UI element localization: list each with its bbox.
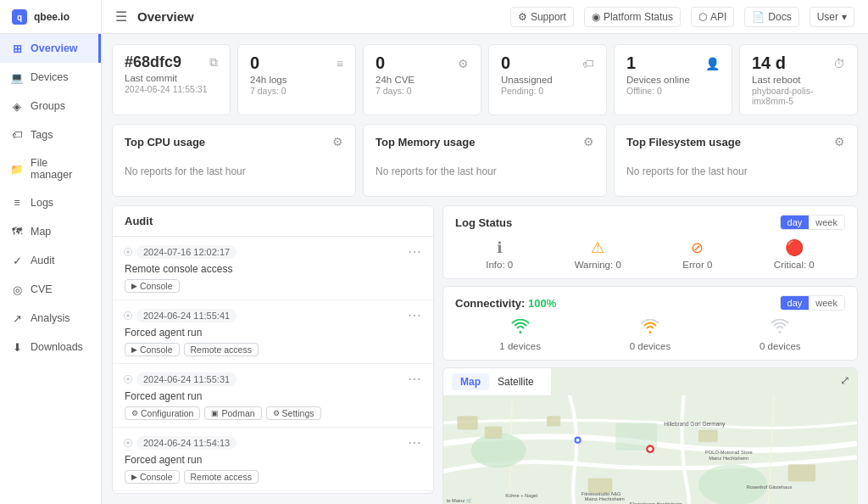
bottom-row: Audit 2024-07-16 12:02:17 ⋯ Remote conso… [112, 205, 858, 494]
conn-stat-none: 0 devices [760, 319, 801, 351]
audit-menu-1[interactable]: ⋯ [408, 307, 421, 323]
audit-tags-0: ▶ Console [125, 279, 421, 293]
audit-tag-config-2: ⚙ Configuration [125, 406, 200, 420]
stat-label-devices: Devices online [626, 75, 720, 85]
api-icon: ⬡ [698, 11, 707, 23]
sidebar-item-overview[interactable]: ⊞ Overview [0, 34, 101, 63]
sidebar-item-downloads[interactable]: ⬇ Downloads [0, 333, 101, 361]
conn-week-button[interactable]: week [809, 296, 844, 310]
docs-button[interactable]: 📄 Docs [744, 7, 798, 27]
sidebar-item-analysis[interactable]: ↗ Analysis [0, 304, 101, 333]
sidebar-item-cve[interactable]: ◎ CVE [0, 275, 101, 304]
audit-desc-1: Forced agent run [125, 327, 421, 339]
audit-dot-3 [125, 440, 131, 446]
cpu-usage-card: Top CPU usage ⚙ No reports for the last … [112, 124, 356, 197]
box-icon-2: ▣ [211, 409, 219, 417]
audit-menu-0[interactable]: ⋯ [408, 244, 421, 260]
connectivity-card: Connectivity: 100% day week [442, 286, 858, 361]
user-button[interactable]: User ▾ [810, 7, 854, 27]
usage-row: Top CPU usage ⚙ No reports for the last … [112, 124, 858, 197]
log-critical-label: Critical: 0 [774, 260, 815, 270]
svg-rect-9 [698, 429, 718, 442]
sidebar-item-tags-label: Tags [31, 129, 53, 141]
sidebar-item-groups[interactable]: ◈ Groups [0, 92, 101, 120]
stat-sub-commit: 2024-06-24 11:55:31 [125, 84, 218, 94]
log-week-button[interactable]: week [809, 216, 844, 229]
memory-settings-icon[interactable]: ⚙ [583, 135, 594, 148]
map-card: Map Satellite ⤢ [442, 367, 858, 504]
cpu-settings-icon[interactable]: ⚙ [332, 135, 343, 148]
overview-icon: ⊞ [10, 42, 24, 55]
log-stat-info: ℹ Info: 0 [486, 238, 513, 270]
platform-status-button[interactable]: ◉ Platform Status [584, 7, 681, 27]
copy-icon[interactable]: ⧉ [209, 55, 218, 70]
svg-text:Mainz-Hechtsheim: Mainz-Hechtsheim [585, 496, 625, 501]
log-status-card: Log Status day week ℹ Info: 0 ⚠ [442, 205, 858, 279]
audit-tag-remote-1: Remote access [184, 343, 259, 356]
audit-entry-2: 2024-06-24 11:55:31 ⋯ Forced agent run ⚙… [113, 364, 433, 428]
support-icon: ⚙ [518, 11, 527, 23]
conn-stat-full: 1 devices [499, 319, 541, 351]
groups-icon: ◈ [10, 99, 24, 113]
log-status-toggle: day week [780, 215, 845, 230]
wifi-full-icon [511, 319, 530, 339]
sidebar-item-downloads-label: Downloads [31, 341, 83, 353]
sidebar-item-map-label: Map [31, 226, 51, 238]
sidebar-item-analysis-label: Analysis [31, 312, 70, 324]
main-content: ☰ Overview ⚙ Support ◉ Platform Status ⬡… [102, 0, 868, 504]
log-day-button[interactable]: day [781, 216, 810, 229]
conn-day-button[interactable]: day [781, 296, 810, 310]
stat-sub-unassigned: Pending: 0 [501, 86, 594, 96]
sidebar-item-devices-label: Devices [31, 71, 68, 83]
audit-tag-console-3: ▶ Console [125, 470, 180, 484]
stat-card-logs: 0 ≡ 24h logs 7 days: 0 [237, 44, 356, 115]
sidebar-item-devices[interactable]: 💻 Devices [0, 63, 101, 92]
map-tab-map[interactable]: Map [452, 373, 489, 390]
audit-tags-2: ⚙ Configuration ▣ Podman ⚙ Settings [125, 406, 421, 420]
sidebar-item-file-manager[interactable]: 📁 File manager [0, 149, 101, 188]
stat-card-cve: 0 ⚙ 24h CVE 7 days: 0 [363, 44, 481, 115]
sidebar-item-tags[interactable]: 🏷 Tags [0, 120, 101, 149]
hamburger-icon[interactable]: ☰ [115, 8, 127, 25]
stat-card-unassigned: 0 🏷 Unassigned Pending: 0 [488, 44, 607, 115]
chevron-down-icon: ▾ [842, 11, 847, 23]
page-title: Overview [137, 9, 500, 24]
expand-icon[interactable]: ⤢ [840, 373, 850, 387]
unassigned-icon: 🏷 [582, 57, 594, 70]
docs-icon: 📄 [752, 11, 765, 23]
warning-icon: ⚠ [591, 238, 604, 257]
map-tab-satellite[interactable]: Satellite [489, 373, 542, 390]
sidebar-item-audit-label: Audit [31, 255, 55, 266]
audit-panel: Audit 2024-07-16 12:02:17 ⋯ Remote conso… [112, 205, 434, 494]
logo: q qbee.io [0, 0, 101, 34]
status-icon: ◉ [592, 11, 600, 23]
audit-tag-podman-2: ▣ Podman [204, 406, 261, 420]
conn-stat-partial: 0 devices [630, 319, 671, 351]
svg-rect-7 [485, 426, 502, 439]
sidebar-item-audit[interactable]: ✓ Audit [0, 246, 101, 275]
audit-menu-2[interactable]: ⋯ [408, 371, 421, 387]
stat-label-reboot: Last reboot [752, 75, 845, 85]
stat-sub-logs: 7 days: 0 [250, 86, 343, 96]
filesystem-usage-title: Top Filesystem usage [626, 136, 741, 148]
sidebar-item-file-manager-label: File manager [31, 157, 91, 181]
filesystem-settings-icon[interactable]: ⚙ [834, 135, 845, 148]
device-icon: 👤 [705, 57, 720, 70]
svg-text:Fitnessstudio A&G: Fitnessstudio A&G [581, 491, 621, 496]
devices-online-value: 1 [626, 53, 636, 73]
audit-date-2: 2024-06-24 11:55:31 [136, 372, 236, 386]
audit-menu-3[interactable]: ⋯ [408, 434, 421, 451]
sidebar-item-map[interactable]: 🗺 Map [0, 217, 101, 246]
audit-entry-4: 2024-06-24 11:21:37 ⋯ Forced agent run ▶… [113, 491, 433, 494]
svg-rect-6 [457, 416, 477, 429]
audit-entry-3: 2024-06-24 11:54:13 ⋯ Forced agent run ▶… [113, 428, 433, 491]
svg-text:Hillebrand Gori Germany: Hillebrand Gori Germany [664, 421, 726, 428]
support-button[interactable]: ⚙ Support [510, 7, 574, 27]
api-button[interactable]: ⬡ API [691, 7, 734, 27]
memory-usage-title: Top Memory usage [376, 136, 476, 148]
sidebar-item-logs[interactable]: ≡ Logs [0, 188, 101, 217]
info-icon: ℹ [497, 238, 503, 257]
audit-tag-console-1: ▶ Console [125, 343, 180, 356]
logs-value: 0 [250, 53, 259, 73]
log-warning-label: Warning: 0 [575, 260, 621, 270]
